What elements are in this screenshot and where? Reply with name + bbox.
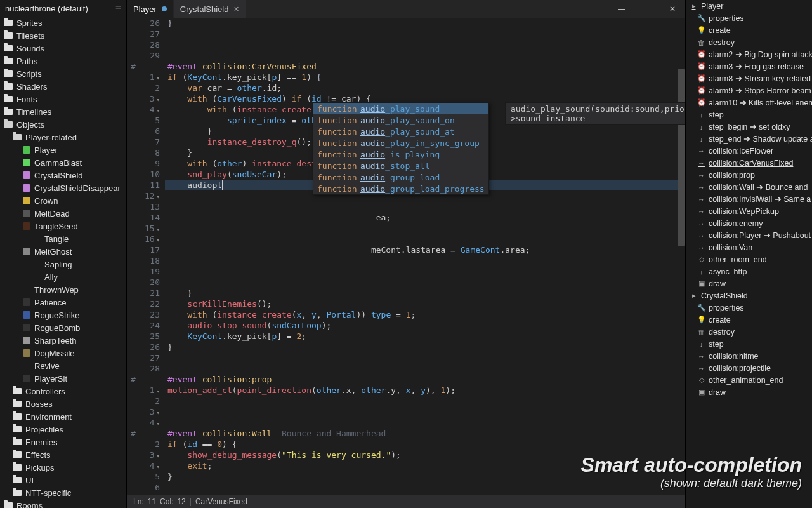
minimize-button[interactable]: — (609, 0, 634, 18)
tree-item[interactable]: Timelines (0, 105, 126, 118)
tree-item[interactable]: CrystalShieldDisappear (0, 182, 126, 194)
close-button[interactable]: ✕ (660, 0, 685, 18)
outline-item[interactable]: ▸Player (686, 0, 812, 12)
tree-item[interactable]: Player (0, 144, 126, 156)
tree-item[interactable]: TangleSeed (0, 220, 126, 232)
editor-area[interactable]: 2627282912345678910111213141516171819202… (127, 18, 685, 495)
autocomplete-popup[interactable]: functionaudio_play_soundfunctionaudio_pl… (313, 102, 489, 195)
outline-item[interactable]: ↔collision:CarVenusFixed (686, 157, 812, 169)
tree-item[interactable]: Environment (0, 410, 126, 423)
tree-item[interactable]: Pickups (0, 461, 126, 474)
tree-item[interactable]: PlayerSit (0, 372, 126, 385)
tree-item[interactable]: Rooms (0, 499, 126, 508)
scrollbar-thumb[interactable] (678, 69, 685, 246)
tree-item[interactable]: RogueBomb (0, 321, 126, 334)
tree-item[interactable]: Enemies (0, 436, 126, 448)
outline-item[interactable]: ▸CrystalShield (686, 290, 812, 302)
tree-item[interactable]: MeltGhost (0, 245, 126, 258)
tree-item[interactable]: Tilesets (0, 29, 126, 42)
autocomplete-item[interactable]: functionaudio_play_sound_on (313, 114, 488, 126)
outline-item[interactable]: ◇other_animation_end (686, 374, 812, 386)
outline-item[interactable]: ↓async_http (686, 265, 812, 277)
tree-item[interactable]: Fonts (0, 93, 126, 105)
outline-item[interactable]: 🔧properties (686, 12, 812, 24)
tab[interactable]: CrystalShield× (174, 0, 246, 18)
line-gutter[interactable]: 2627282912345678910111213141516171819202… (127, 18, 165, 495)
outline-item[interactable]: ↔collision:enemy (686, 217, 812, 229)
tree-item[interactable]: NTT-specific (0, 486, 126, 499)
outline-item[interactable]: ⏰alarm3 ➜ Frog gas release (686, 60, 812, 72)
autocomplete-item[interactable]: functionaudio_group_load_progress (313, 183, 488, 194)
outline-panel[interactable]: ▸Player🔧properties💡create🗑destroy⏰alarm2… (685, 0, 812, 508)
outline-item[interactable]: 💡create (686, 314, 812, 326)
outline-icon: ↔ (697, 231, 705, 239)
object-icon (33, 235, 41, 243)
outline-item[interactable]: ↓step (686, 109, 812, 121)
outline-item[interactable]: ↔collision:hitme (686, 350, 812, 362)
outline-item[interactable]: 🗑destroy (686, 36, 812, 48)
tree-item[interactable]: Ally (0, 271, 126, 283)
outline-item[interactable]: ⏰alarm9 ➜ Stops Horror beam (686, 84, 812, 97)
outline-item[interactable]: 💡create (686, 24, 812, 36)
outline-item[interactable]: ↔collision:projectile (686, 362, 812, 374)
outline-item[interactable]: ↔collision:IceFlower (686, 145, 812, 157)
tree-item[interactable]: DogMissile (0, 347, 126, 359)
outline-item[interactable]: ↔collision:Wall ➜ Bounce and (686, 181, 812, 193)
autocomplete-item[interactable]: functionaudio_stop_all (313, 160, 488, 171)
outline-item[interactable]: ↓step_begin ➜ set oldxy (686, 121, 812, 133)
outline-item[interactable]: 🗑destroy (686, 326, 812, 338)
tree-item[interactable]: Effects (0, 448, 126, 461)
outline-item[interactable]: ↔collision:prop (686, 169, 812, 181)
tree-item[interactable]: Player-related (0, 131, 126, 144)
resource-tree[interactable]: SpritesTilesetsSoundsPathsScriptsShaders… (0, 17, 126, 508)
tree-item[interactable]: Scripts (0, 67, 126, 80)
tree-item[interactable]: Paths (0, 55, 126, 67)
outline-item[interactable]: ▣draw (686, 277, 812, 290)
tab[interactable]: Player (127, 0, 173, 18)
tree-item[interactable]: Sapling (0, 258, 126, 271)
tree-item[interactable]: UI (0, 474, 126, 486)
autocomplete-item[interactable]: functionaudio_play_in_sync_group (313, 137, 488, 149)
autocomplete-item[interactable]: functionaudio_play_sound (313, 103, 488, 114)
scrollbar-track[interactable] (678, 18, 685, 495)
tree-item[interactable]: Revive (0, 359, 126, 372)
outline-item[interactable]: 🔧properties (686, 302, 812, 314)
tree-item[interactable]: Controllers (0, 385, 126, 398)
outline-item[interactable]: ⏰alarm2 ➜ Big Dog spin attack (686, 48, 812, 60)
maximize-button[interactable]: ☐ (634, 0, 660, 18)
outline-icon: 🗑 (697, 38, 705, 46)
tree-item[interactable]: ThrownWep (0, 283, 126, 296)
tab-close-icon[interactable]: × (233, 4, 239, 14)
tree-item[interactable]: Projectiles (0, 423, 126, 436)
outline-item[interactable]: ↓step_end ➜ Shadow update a (686, 133, 812, 145)
tree-item[interactable]: Patience (0, 296, 126, 309)
tree-item[interactable]: RogueStrike (0, 309, 126, 321)
hamburger-icon[interactable]: ≡ (115, 3, 121, 14)
outline-item[interactable]: ▣draw (686, 386, 812, 398)
outline-item[interactable]: ⏰alarm10 ➜ Kills off-level enem (686, 97, 812, 109)
tree-item[interactable]: SharpTeeth (0, 334, 126, 347)
autocomplete-item[interactable]: functionaudio_is_playing (313, 149, 488, 160)
outline-icon: ⏰ (697, 62, 705, 70)
outline-item[interactable]: ◇other_room_end (686, 253, 812, 265)
tree-item[interactable]: MeltDead (0, 207, 126, 220)
tree-item[interactable]: GammaBlast (0, 156, 126, 169)
outline-item[interactable]: ↓step (686, 338, 812, 350)
autocomplete-item[interactable]: functionaudio_play_sound_at (313, 126, 488, 137)
outline-item[interactable]: ↔collision:InvisiWall ➜ Same a (686, 193, 812, 205)
outline-item[interactable]: ↔collision:Player ➜ Pushabout (686, 229, 812, 241)
outline-item[interactable]: ↔collision:Van (686, 241, 812, 253)
tree-item[interactable]: Sounds (0, 42, 126, 55)
code-editor[interactable]: } #event collision:CarVenusFixedif (KeyC… (165, 18, 685, 495)
tree-item[interactable]: Objects (0, 118, 126, 131)
tree-item[interactable]: Crown (0, 194, 126, 207)
tree-item[interactable]: Bosses (0, 398, 126, 410)
tree-item[interactable]: Shaders (0, 80, 126, 93)
outline-item[interactable]: ⏰alarm8 ➜ Stream key related (686, 72, 812, 84)
tree-item[interactable]: Tangle (0, 232, 126, 245)
folder-icon (4, 121, 13, 128)
autocomplete-item[interactable]: functionaudio_group_load (313, 171, 488, 183)
outline-item[interactable]: ↔collision:WepPickup (686, 205, 812, 217)
tree-item[interactable]: Sprites (0, 17, 126, 29)
tree-item[interactable]: CrystalShield (0, 169, 126, 182)
